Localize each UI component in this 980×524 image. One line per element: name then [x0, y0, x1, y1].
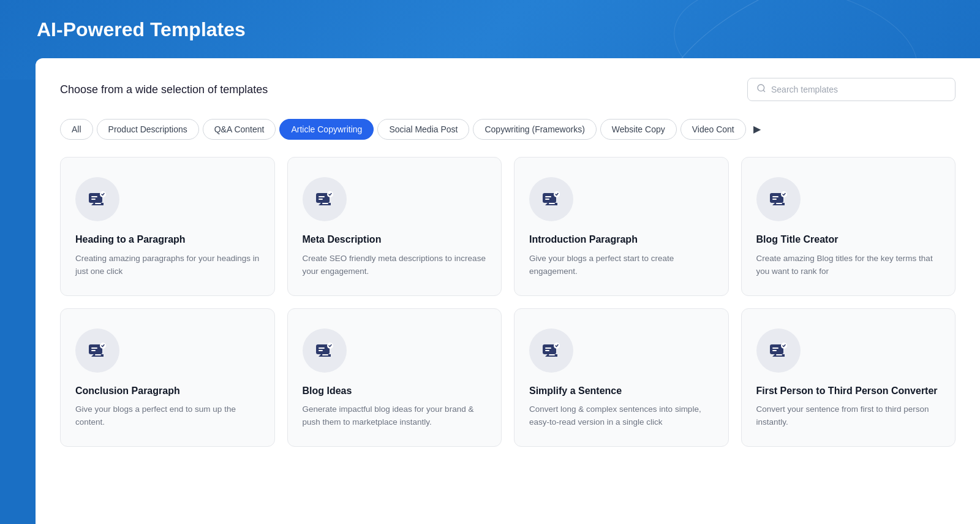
card-heading-to-paragraph[interactable]: Heading to a Paragraph Creating amazing …	[60, 157, 275, 296]
svg-rect-10	[322, 203, 328, 204]
search-box	[747, 78, 956, 101]
svg-rect-15	[549, 203, 555, 204]
card-title: Heading to a Paragraph	[75, 234, 260, 246]
tab-video-cont[interactable]: Video Cont	[680, 119, 746, 140]
tab-article-copywriting[interactable]: Article Copywriting	[279, 119, 374, 140]
card-icon-wrap	[75, 177, 119, 221]
card-desc: Convert your sentence from first to thir…	[756, 403, 941, 429]
svg-rect-5	[95, 203, 101, 204]
svg-rect-34	[545, 350, 549, 351]
card-icon-wrap	[75, 328, 119, 373]
tab-all[interactable]: All	[60, 119, 93, 140]
card-conclusion-paragraph[interactable]: Conclusion Paragraph Give your blogs a p…	[60, 308, 275, 447]
copy-icon	[314, 188, 336, 210]
svg-rect-30	[322, 354, 328, 355]
card-desc: Give your blogs a perfect end to sum up …	[75, 403, 260, 429]
card-title: First Person to Third Person Converter	[756, 385, 941, 398]
card-icon-wrap	[756, 177, 801, 221]
copy-icon	[86, 340, 108, 362]
card-blog-title-creator[interactable]: Blog Title Creator Create amazing Blog t…	[741, 157, 956, 296]
tab-more-chevron[interactable]: ▶	[750, 118, 764, 140]
tab-product-descriptions[interactable]: Product Descriptions	[97, 119, 199, 140]
svg-rect-14	[545, 199, 549, 200]
svg-rect-35	[549, 354, 555, 355]
svg-rect-23	[91, 347, 97, 349]
copy-icon	[314, 340, 336, 362]
copy-icon	[86, 188, 108, 210]
copy-icon	[540, 188, 562, 210]
svg-line-1	[763, 90, 765, 92]
card-simplify-a-sentence[interactable]: Simplify a Sentence Convert long & compl…	[514, 308, 729, 447]
card-title: Introduction Paragraph	[529, 234, 714, 246]
copy-icon	[767, 188, 790, 210]
svg-rect-13	[545, 196, 551, 197]
card-title: Meta Description	[303, 234, 487, 246]
card-icon-wrap	[529, 328, 573, 373]
svg-rect-8	[318, 196, 325, 197]
svg-rect-18	[772, 196, 778, 197]
card-desc: Create amazing Blog titles for the key t…	[756, 253, 941, 278]
svg-rect-20	[776, 203, 782, 204]
card-icon-wrap	[303, 177, 347, 221]
svg-rect-40	[776, 354, 782, 355]
card-title: Simplify a Sentence	[529, 385, 714, 398]
card-first-to-third-person[interactable]: First Person to Third Person Converter C…	[741, 308, 956, 447]
svg-point-0	[758, 85, 764, 91]
card-desc: Give your blogs a perfect start to creat…	[529, 253, 714, 278]
card-icon-wrap	[529, 177, 573, 221]
cards-grid-row2: Conclusion Paragraph Give your blogs a p…	[60, 308, 956, 447]
tab-copywriting-frameworks[interactable]: Copywriting (Frameworks)	[473, 119, 596, 140]
card-desc: Convert long & complex sentences into si…	[529, 403, 714, 429]
page-title: AI-Powered Templates	[37, 18, 246, 41]
copy-icon	[540, 340, 562, 362]
card-icon-wrap	[303, 328, 347, 373]
card-desc: Create SEO friendly meta descriptions to…	[303, 253, 487, 278]
card-desc: Creating amazing paragraphs for your hea…	[75, 253, 260, 278]
search-input[interactable]	[771, 85, 946, 94]
tab-website-copy[interactable]: Website Copy	[600, 119, 677, 140]
copy-icon	[767, 340, 790, 362]
card-desc: Generate impactful blog ideas for your b…	[303, 403, 487, 429]
filter-tabs: All Product Descriptions Q&A Content Art…	[60, 118, 956, 140]
tab-social-media-post[interactable]: Social Media Post	[377, 119, 469, 140]
svg-rect-19	[772, 199, 777, 200]
svg-rect-4	[91, 199, 96, 200]
svg-rect-29	[318, 350, 323, 351]
card-blog-ideas[interactable]: Blog Ideas Generate impactful blog ideas…	[287, 308, 502, 447]
svg-rect-3	[91, 196, 97, 197]
card-title: Blog Title Creator	[756, 234, 941, 246]
header-subtitle: Choose from a wide selection of template…	[60, 83, 268, 96]
card-introduction-paragraph[interactable]: Introduction Paragraph Give your blogs a…	[514, 157, 729, 296]
svg-rect-38	[772, 347, 778, 349]
search-icon	[756, 83, 766, 96]
cards-grid-row1: Heading to a Paragraph Creating amazing …	[60, 157, 956, 296]
card-meta-description[interactable]: Meta Description Create SEO friendly met…	[287, 157, 502, 296]
main-panel: Choose from a wide selection of template…	[36, 58, 980, 524]
svg-rect-24	[91, 350, 96, 351]
card-title: Conclusion Paragraph	[75, 385, 260, 398]
svg-rect-33	[545, 347, 551, 349]
card-title: Blog Ideas	[303, 385, 487, 398]
header-row: Choose from a wide selection of template…	[60, 78, 956, 101]
card-icon-wrap	[756, 328, 801, 373]
svg-rect-25	[95, 354, 101, 355]
tab-qa-content[interactable]: Q&A Content	[203, 119, 276, 140]
svg-rect-28	[318, 347, 325, 349]
svg-rect-39	[772, 350, 777, 351]
svg-rect-9	[318, 199, 323, 200]
